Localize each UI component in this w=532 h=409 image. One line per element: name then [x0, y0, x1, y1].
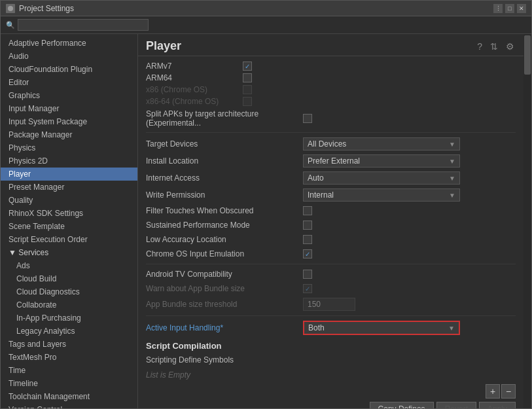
- sidebar-item-time[interactable]: Time: [1, 364, 137, 377]
- search-input[interactable]: [18, 19, 149, 31]
- write-permission-dropdown[interactable]: Internal ▼: [303, 188, 460, 202]
- x86-chrome-label: x86 (Chrome OS): [146, 85, 238, 94]
- sidebar-item-input-manager[interactable]: Input Manager: [1, 102, 137, 115]
- sidebar-item-quality[interactable]: Quality: [1, 194, 137, 207]
- install-location-dropdown[interactable]: Prefer External ▼: [303, 154, 460, 168]
- filter-touches-row: Filter Touches When Obscured: [146, 204, 516, 218]
- add-remove-row-1: + −: [146, 383, 516, 400]
- sidebar-item-cloudfoundation[interactable]: CloudFoundation Plugin: [1, 63, 137, 76]
- internet-access-dropdown[interactable]: Auto ▼: [303, 171, 460, 185]
- sustained-performance-value: [303, 221, 516, 230]
- internet-access-row: Internet Access Auto ▼: [146, 169, 516, 187]
- bundle-threshold-value: [303, 298, 516, 311]
- x86-64-chrome-label: x86-64 (Chrome OS): [146, 97, 238, 106]
- sidebar-item-adaptive-performance[interactable]: Adaptive Performance: [1, 37, 137, 50]
- sidebar-item-in-app-purchasing[interactable]: In-App Purchasing: [1, 311, 137, 325]
- android-tv-label: Android TV Compatibility: [146, 270, 303, 279]
- sustained-performance-row: Sustained Performance Mode: [146, 218, 516, 232]
- android-tv-checkbox[interactable]: [303, 270, 312, 279]
- sidebar-item-cloud-build[interactable]: Cloud Build: [1, 272, 137, 285]
- active-input-dropdown[interactable]: Both ▼: [303, 321, 460, 335]
- sidebar-item-script-execution[interactable]: Script Execution Order: [1, 233, 137, 246]
- warn-bundle-row: Warn about App Bundle size: [146, 281, 516, 296]
- content-scroll: ARMv7 ARM64 x86 (Chrome OS) x86-64 (Chro…: [138, 56, 523, 408]
- low-accuracy-label: Low Accuracy Location: [146, 235, 303, 244]
- armv7-label: ARMv7: [146, 62, 238, 71]
- sidebar-item-editor[interactable]: Editor: [1, 76, 137, 89]
- sidebar-item-input-system[interactable]: Input System Package: [1, 115, 137, 128]
- filter-touches-checkbox[interactable]: [303, 206, 312, 215]
- split-apks-checkbox[interactable]: [303, 114, 312, 123]
- low-accuracy-row: Low Accuracy Location: [146, 232, 516, 247]
- internet-access-arrow: ▼: [449, 175, 455, 182]
- active-input-value: Both ▼: [303, 321, 516, 335]
- window-icon: [6, 4, 15, 13]
- search-icon: 🔍: [6, 21, 15, 29]
- sidebar-item-cloud-diagnostics[interactable]: Cloud Diagnostics: [1, 285, 137, 298]
- sidebar-item-legacy-analytics[interactable]: Legacy Analytics: [1, 325, 137, 338]
- target-devices-dropdown[interactable]: All Devices ▼: [303, 137, 460, 151]
- page-title: Player: [146, 39, 181, 53]
- sidebar-item-scene-template[interactable]: Scene Template: [1, 220, 137, 233]
- sidebar-item-physics[interactable]: Physics: [1, 141, 137, 154]
- sidebar-item-audio[interactable]: Audio: [1, 50, 137, 63]
- separator-3: [146, 315, 516, 316]
- low-accuracy-value: [303, 235, 516, 244]
- project-settings-window: Project Settings ⋮ □ ✕ 🔍 Adaptive Perfor…: [0, 0, 532, 409]
- search-bar: 🔍: [1, 16, 531, 34]
- x86-64-chrome-checkbox: [243, 97, 252, 106]
- armv7-checkbox[interactable]: [243, 62, 252, 71]
- sidebar-item-preset-manager[interactable]: Preset Manager: [1, 181, 137, 194]
- warn-bundle-checkbox: [303, 284, 312, 293]
- revert-button[interactable]: Revert: [436, 402, 476, 408]
- write-permission-value: Internal ▼: [303, 188, 516, 202]
- help-button[interactable]: ?: [476, 40, 484, 53]
- sidebar-item-player[interactable]: Player: [1, 168, 137, 181]
- remove-define-button[interactable]: −: [501, 384, 516, 399]
- sidebar-item-ads[interactable]: Ads: [1, 259, 137, 272]
- maximize-button[interactable]: □: [505, 4, 514, 13]
- sidebar-item-collaborate[interactable]: Collaborate: [1, 298, 137, 311]
- sidebar-item-tags-layers[interactable]: Tags and Layers: [1, 338, 137, 351]
- sidebar-item-version-control[interactable]: Version Control: [1, 403, 137, 408]
- bundle-threshold-label: App Bundle size threshold: [146, 300, 303, 309]
- copy-defines-button[interactable]: Copy Defines: [370, 402, 434, 408]
- active-input-row: Active Input Handling* Both ▼: [146, 319, 516, 337]
- install-location-text: Prefer External: [308, 156, 360, 166]
- scripting-define-label: Scripting Define Symbols: [146, 355, 303, 365]
- apply-button[interactable]: Apply: [479, 402, 516, 408]
- sidebar-item-timeline[interactable]: Timeline: [1, 377, 137, 390]
- separator-2: [146, 264, 516, 264]
- add-define-button[interactable]: +: [486, 384, 500, 399]
- script-compilation-title: Script Compilation: [146, 337, 516, 353]
- layout-button[interactable]: ⇅: [489, 40, 499, 53]
- sustained-performance-checkbox[interactable]: [303, 221, 312, 230]
- minimize-button[interactable]: ⋮: [493, 4, 503, 13]
- sidebar-item-services[interactable]: ▼ Services: [1, 246, 137, 259]
- split-apks-label: Split APKs by target architecture (Exper…: [146, 109, 303, 128]
- title-bar: Project Settings ⋮ □ ✕: [1, 1, 531, 16]
- sidebar-item-physics2d[interactable]: Physics 2D: [1, 154, 137, 168]
- sidebar-item-rhinox[interactable]: RhinoX SDK Settings: [1, 207, 137, 220]
- sidebar-item-package-manager[interactable]: Package Manager: [1, 128, 137, 141]
- scrollbar-thumb[interactable]: [524, 35, 531, 75]
- install-location-arrow: ▼: [449, 158, 455, 165]
- warn-bundle-value: [303, 284, 516, 293]
- sidebar-item-textmesh-pro[interactable]: TextMesh Pro: [1, 351, 137, 364]
- arm64-checkbox[interactable]: [243, 73, 252, 82]
- chrome-os-input-checkbox[interactable]: [303, 249, 312, 258]
- settings-gear-button[interactable]: ⚙: [505, 40, 516, 53]
- close-button[interactable]: ✕: [517, 4, 526, 13]
- target-devices-row: Target Devices All Devices ▼: [146, 135, 516, 152]
- write-permission-row: Write Permission Internal ▼: [146, 187, 516, 204]
- install-location-label: Install Location: [146, 156, 303, 166]
- low-accuracy-checkbox[interactable]: [303, 235, 312, 244]
- sidebar-item-graphics[interactable]: Graphics: [1, 89, 137, 102]
- content-header: Player ? ⇅ ⚙: [138, 34, 523, 56]
- active-input-label[interactable]: Active Input Handling*: [146, 323, 303, 332]
- split-apks-value: [303, 114, 516, 123]
- main-content: Adaptive Performance Audio CloudFoundati…: [1, 34, 531, 408]
- content-scrollbar[interactable]: [523, 34, 531, 408]
- sidebar-item-toolchain[interactable]: Toolchain Management: [1, 390, 137, 403]
- bundle-threshold-input: [303, 298, 355, 311]
